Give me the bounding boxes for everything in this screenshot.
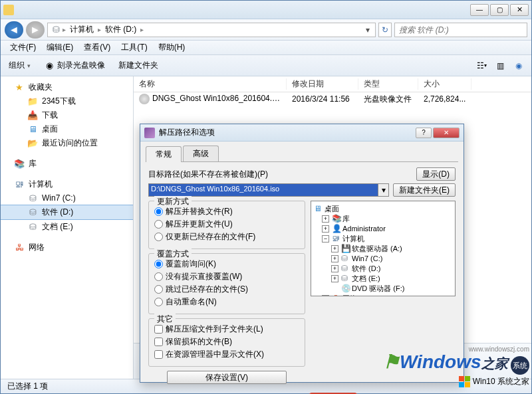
sidebar-item-desktop[interactable]: 🖥桌面: [1, 122, 133, 136]
view-options-button[interactable]: ☷ ▾: [474, 58, 489, 73]
search-input[interactable]: [394, 23, 527, 37]
radio-no-prompt[interactable]: 没有提示直接覆盖(W): [154, 270, 299, 283]
sidebar-item-drive-c[interactable]: ⛁Win7 (C:): [1, 191, 133, 205]
forward-button[interactable]: ►: [26, 21, 45, 39]
sidebar-item-recent[interactable]: 📂最近访问的位置: [1, 136, 133, 150]
drive-icon: ⛁: [51, 25, 61, 35]
menu-edit[interactable]: 编辑(E): [41, 42, 78, 53]
maximize-button[interactable]: ▢: [490, 4, 509, 16]
toolbar: 组织▾ ◉刻录光盘映像 新建文件夹 ☷ ▾ ▥ ◉: [1, 55, 531, 76]
group-title-update: 更新方式: [154, 196, 192, 207]
dialog-close-button[interactable]: ✕: [433, 128, 460, 138]
folder-tree[interactable]: 🖥桌面 +📚库 +👤Administrator −🖳计算机 +💾软盘驱动器 (A…: [311, 201, 456, 296]
refresh-button[interactable]: ↻: [378, 23, 392, 37]
tree-floppy[interactable]: +💾软盘驱动器 (A:): [314, 244, 452, 254]
watermark: www.windowszj.com ⚑Windows之家 系统 Win10 系统…: [383, 345, 529, 387]
save-settings-button[interactable]: 保存设置(V): [167, 371, 287, 384]
breadcrumb[interactable]: ⛁ ▸ 计算机 ▸ 软件 (D:) ▸ ▾: [47, 23, 376, 37]
check-show-explorer[interactable]: 在资源管理器中显示文件(X): [154, 348, 299, 361]
tree-docs[interactable]: +⛁文档 (E:): [314, 274, 452, 284]
group-title-misc: 其它: [154, 314, 176, 325]
computer-icon: 🖳: [14, 179, 25, 190]
tree-computer[interactable]: −🖳计算机: [314, 234, 452, 244]
organize-button[interactable]: 组织▾: [6, 58, 33, 72]
tree-libraries[interactable]: +📚库: [314, 214, 452, 224]
update-mode-group: 更新方式 解压并替换文件(R) 解压并更新文件(U) 仅更新已经存在的文件(F): [148, 201, 305, 249]
expand-icon[interactable]: +: [331, 275, 338, 282]
expand-icon[interactable]: +: [331, 255, 338, 262]
file-type: 光盘映像文件: [358, 94, 418, 105]
close-button[interactable]: ✕: [510, 4, 529, 16]
group-title-overwrite: 覆盖方式: [154, 248, 192, 260]
watermark-badge: 系统: [511, 356, 529, 375]
breadcrumb-dropdown[interactable]: ▾: [363, 25, 372, 35]
column-name[interactable]: 名称: [134, 78, 287, 90]
sidebar-computer[interactable]: 🖳计算机: [1, 177, 133, 191]
drive-icon: ⛁: [27, 193, 38, 203]
expand-icon[interactable]: +: [331, 265, 338, 272]
file-row[interactable]: DNGS_Ghost Win10x86_201604.iso 2016/3/24…: [134, 92, 531, 106]
watermark-logo: ⚑Windows之家: [383, 351, 508, 372]
tree-soft[interactable]: +⛁软件 (D:): [314, 264, 452, 274]
sidebar-network[interactable]: 🖧网络: [1, 241, 133, 254]
sidebar-item-drive-e[interactable]: ⛁文档 (E:): [1, 220, 133, 234]
display-button[interactable]: 显示(D): [416, 167, 456, 181]
column-size[interactable]: 大小: [418, 78, 471, 90]
preview-pane-button[interactable]: ▥: [493, 58, 507, 73]
column-date[interactable]: 修改日期: [287, 78, 358, 90]
radio-auto-rename[interactable]: 自动重命名(N): [154, 296, 299, 308]
tabs: 常规 高级: [146, 146, 458, 162]
check-subfolder[interactable]: 解压压缩文件到子文件夹(L): [154, 323, 299, 336]
chevron-right-icon: ▸: [139, 26, 145, 33]
tree-admin[interactable]: +👤Administrator: [314, 224, 452, 234]
radio-update-existing[interactable]: 仅更新已经存在的文件(F): [154, 231, 299, 243]
minimize-button[interactable]: —: [470, 4, 489, 16]
menu-view[interactable]: 查看(V): [78, 42, 116, 53]
chevron-down-icon: ▾: [27, 62, 31, 69]
sidebar-libraries[interactable]: 📚库: [1, 157, 133, 171]
dialog-footer: 确定 取消 帮助: [140, 391, 464, 394]
path-dropdown[interactable]: ▾: [378, 184, 388, 196]
radio-skip-existing[interactable]: 跳过已经存在的文件(S): [154, 283, 299, 296]
expand-icon[interactable]: +: [322, 225, 329, 233]
file-size: 2,726,824...: [418, 94, 471, 104]
new-folder-button[interactable]: 新建文件夹: [116, 58, 161, 72]
tree-dvd[interactable]: 💿DVD 驱动器 (F:): [314, 284, 452, 294]
expand-icon[interactable]: +: [331, 245, 338, 252]
drive-icon: ⛁: [27, 207, 38, 218]
winrar-icon: [144, 128, 155, 138]
help-icon[interactable]: ◉: [511, 58, 526, 73]
desktop-icon: 🖥: [27, 124, 38, 135]
tab-advanced[interactable]: 高级: [183, 146, 219, 161]
check-keep-broken[interactable]: 保留损坏的文件(B): [154, 336, 299, 348]
sidebar-item-downloads[interactable]: 📥下载: [1, 108, 133, 122]
back-button[interactable]: ◄: [5, 21, 23, 39]
expand-icon[interactable]: +: [322, 295, 329, 296]
expand-icon[interactable]: +: [322, 215, 329, 223]
library-icon: 📚: [14, 159, 25, 169]
tab-general[interactable]: 常规: [146, 146, 182, 162]
tree-win7[interactable]: +⛁Win7 (C:): [314, 254, 452, 264]
breadcrumb-computer[interactable]: 计算机: [67, 24, 96, 35]
column-type[interactable]: 类型: [358, 78, 418, 90]
tree-desktop[interactable]: 🖥桌面: [314, 204, 452, 214]
sidebar-item-2345[interactable]: 📁2345下载: [1, 94, 133, 108]
menu-tools[interactable]: 工具(T): [116, 42, 152, 53]
dialog-help-button[interactable]: ?: [416, 128, 432, 138]
collapse-icon[interactable]: −: [322, 235, 329, 243]
menu-file[interactable]: 文件(F): [5, 42, 41, 53]
star-icon: ★: [14, 82, 25, 93]
destination-path-input[interactable]: D:\DNGS_Ghost Win10x86_201604.iso ▾: [148, 183, 389, 197]
tree-network[interactable]: +🖧网络: [314, 294, 452, 296]
path-value: D:\DNGS_Ghost Win10x86_201604.iso: [149, 184, 378, 196]
sidebar-item-drive-d[interactable]: ⛁软件 (D:): [1, 205, 133, 220]
breadcrumb-drive[interactable]: 软件 (D:): [102, 24, 139, 35]
burn-button[interactable]: ◉刻录光盘映像: [41, 58, 108, 72]
titlebar: — ▢ ✕: [1, 1, 531, 19]
menu-help[interactable]: 帮助(H): [153, 42, 191, 53]
sidebar: ★收藏夹 📁2345下载 📥下载 🖥桌面 📂最近访问的位置 📚库 🖳计算机 ⛁W…: [1, 76, 134, 379]
sidebar-favorites[interactable]: ★收藏夹: [1, 80, 133, 94]
new-folder-button[interactable]: 新建文件夹(E): [393, 183, 456, 197]
radio-extract-update[interactable]: 解压并更新文件(U): [154, 218, 299, 231]
file-date: 2016/3/24 11:56: [287, 94, 358, 104]
